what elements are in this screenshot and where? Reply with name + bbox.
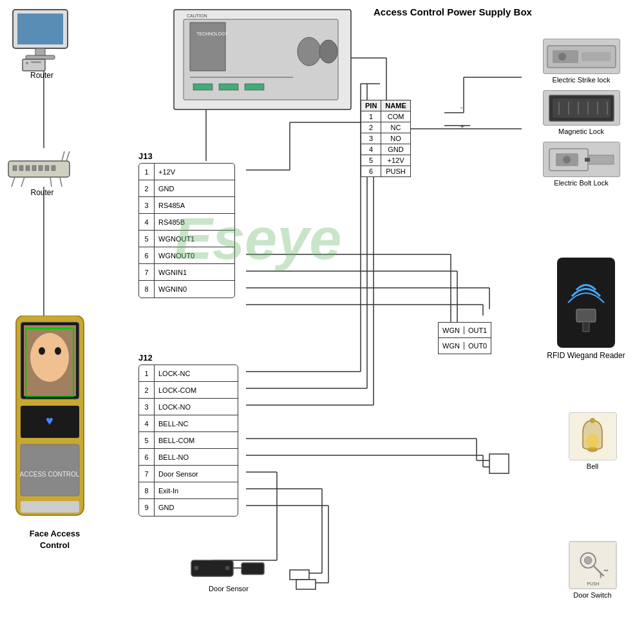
svg-text:-: - xyxy=(460,104,462,111)
pin-table-row: 3NO xyxy=(361,133,411,144)
wgn-cell: OUT1 xyxy=(464,327,491,334)
wgn-cell: OUT0 xyxy=(464,342,491,350)
j13-row: 2GND xyxy=(139,180,234,197)
pin-table-cell: 5 xyxy=(361,155,381,166)
electric-bolt-lock-image xyxy=(543,142,620,177)
svg-line-82 xyxy=(62,151,64,161)
svg-rect-7 xyxy=(193,84,213,90)
pin-table-row: 6PUSH xyxy=(361,166,411,177)
svg-rect-59 xyxy=(296,580,316,589)
svg-rect-76 xyxy=(45,166,49,171)
svg-rect-73 xyxy=(26,166,30,171)
diagram-container: Eseye Access Control Power Supply Box TE… xyxy=(0,0,644,644)
j13-row: 6WGNOUT0 xyxy=(139,247,234,264)
svg-rect-112 xyxy=(585,158,590,162)
svg-line-79 xyxy=(21,177,24,187)
pin-table-cell: PUSH xyxy=(381,166,410,177)
pin-table-row: 5+12V xyxy=(361,155,411,166)
svg-rect-67 xyxy=(23,59,45,71)
j12-row: 1LOCK-NC xyxy=(139,365,238,382)
svg-rect-121 xyxy=(242,563,264,574)
svg-rect-65 xyxy=(35,48,45,56)
electric-bolt-lock: Electric Bolt Lock xyxy=(525,142,638,187)
svg-rect-77 xyxy=(52,166,55,171)
door-sensor-label: Door Sensor xyxy=(209,585,249,592)
pin-table-cell: COM xyxy=(381,111,410,122)
svg-point-4 xyxy=(298,37,321,66)
j12-section: J12 1LOCK-NC2LOCK-COM3LOCK-NO4BELL-NC5BE… xyxy=(138,353,238,516)
j12-row: 3LOCK-NO xyxy=(139,399,238,415)
j12-row: 5BELL-COM xyxy=(139,432,238,449)
j13-row: 8WGNIN0 xyxy=(139,281,234,298)
pin-table-header: NAME xyxy=(381,100,410,111)
svg-rect-75 xyxy=(39,166,43,171)
j13-row: 7WGNIN1 xyxy=(139,264,234,281)
pin-table-row: 2NC xyxy=(361,122,411,133)
svg-point-89 xyxy=(55,347,61,355)
router-label: Router xyxy=(6,71,77,80)
face-access-icon: ♥ ACCESS CONTROL xyxy=(6,316,100,528)
svg-rect-109 xyxy=(588,155,614,164)
j13-connector: 1+12V2GND3RS485A4RS485B5WGNOUT16WGNOUT07… xyxy=(138,163,235,298)
bell-label: Bell xyxy=(587,462,598,470)
face-access-label: Face AccessControl xyxy=(3,528,106,551)
svg-point-126 xyxy=(584,556,592,564)
svg-rect-55 xyxy=(290,570,309,580)
pin-table-cell: GND xyxy=(381,144,410,155)
electric-strike-lock: Electric Strike lock xyxy=(525,39,638,84)
bell-icon: Bell xyxy=(551,412,634,470)
svg-rect-93 xyxy=(21,444,79,496)
j12-row: 8Exit-In xyxy=(139,482,238,499)
router-label-text: Router xyxy=(5,188,79,197)
svg-line-83 xyxy=(66,151,70,161)
magnetic-lock-label: Magnetic Lock xyxy=(558,128,604,135)
j12-row: 9GND xyxy=(139,499,238,516)
pin-table-cell: 1 xyxy=(361,111,381,122)
svg-text:CAUTION: CAUTION xyxy=(187,14,207,18)
svg-point-118 xyxy=(590,418,595,423)
wgn-box: WGNOUT1WGNOUT0 xyxy=(438,322,491,354)
svg-text:PUSH: PUSH xyxy=(587,582,599,586)
svg-rect-72 xyxy=(19,166,23,171)
page-title: Access Control Power Supply Box xyxy=(374,6,532,17)
svg-text:TECHNOLOGY: TECHNOLOGY xyxy=(196,32,228,36)
svg-point-111 xyxy=(563,156,571,164)
svg-point-122 xyxy=(194,566,198,570)
pin-table-cell: NO xyxy=(381,133,410,144)
svg-point-88 xyxy=(39,347,45,355)
pin-table-row: 4GND xyxy=(361,144,411,155)
j12-label: J12 xyxy=(138,353,238,363)
pin-table-row: 1COM xyxy=(361,111,411,122)
j12-row: 2LOCK-COM xyxy=(139,382,238,399)
door-sensor-body xyxy=(190,554,267,583)
lock-area: Electric Strike lock Magnetic Lock xyxy=(525,39,638,193)
svg-text:ACCESS CONTROL: ACCESS CONTROL xyxy=(20,471,80,478)
j13-label: J13 xyxy=(138,151,235,161)
pin-table-cell: 6 xyxy=(361,166,381,177)
computer-icon xyxy=(6,6,77,77)
door-sensor-icon: Door Sensor xyxy=(187,554,270,592)
svg-point-68 xyxy=(26,62,28,64)
j12-row: 4BELL-NC xyxy=(139,415,238,432)
svg-line-78 xyxy=(12,177,15,187)
svg-rect-66 xyxy=(26,55,55,59)
svg-rect-3 xyxy=(184,19,338,100)
svg-point-5 xyxy=(319,40,337,63)
svg-rect-8 xyxy=(219,84,238,90)
svg-rect-69 xyxy=(31,61,41,63)
pin-table-cell: 2 xyxy=(361,122,381,133)
door-switch-body: PUSH xyxy=(569,541,617,589)
door-switch-label: Door Switch xyxy=(573,591,611,599)
j13-row: 5WGNOUT1 xyxy=(139,231,234,247)
magnetic-lock-image xyxy=(543,90,620,126)
door-switch-icon: PUSH Door Switch xyxy=(551,541,634,599)
j12-row: 6BELL-NO xyxy=(139,449,238,466)
j13-row: 4RS485B xyxy=(139,214,234,231)
rfid-reader: RFID Wiegand Reader xyxy=(535,258,638,360)
svg-point-87 xyxy=(30,333,69,382)
j13-row: 1+12V xyxy=(139,164,234,180)
electric-bolt-lock-label: Electric Bolt Lock xyxy=(554,179,608,187)
wgn-row: WGNOUT1 xyxy=(439,323,491,338)
svg-rect-98 xyxy=(582,52,611,61)
svg-rect-101 xyxy=(553,99,611,118)
